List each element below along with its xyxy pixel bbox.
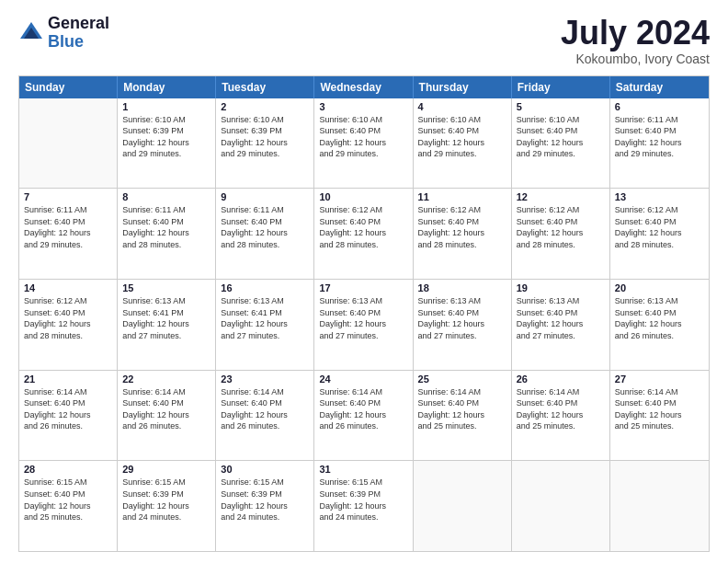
calendar-body: 1Sunrise: 6:10 AMSunset: 6:39 PMDaylight… (19, 98, 709, 551)
calendar-cell: 25Sunrise: 6:14 AMSunset: 6:40 PMDayligh… (414, 371, 512, 461)
calendar-cell (414, 461, 512, 551)
calendar-cell: 29Sunrise: 6:15 AMSunset: 6:39 PMDayligh… (118, 461, 216, 551)
cell-info: Sunrise: 6:15 AMSunset: 6:39 PMDaylight:… (319, 477, 407, 523)
calendar-cell: 30Sunrise: 6:15 AMSunset: 6:39 PMDayligh… (216, 461, 314, 551)
cell-info: Sunrise: 6:14 AMSunset: 6:40 PMDaylight:… (615, 386, 704, 432)
day-number: 11 (418, 191, 506, 202)
calendar-cell: 26Sunrise: 6:14 AMSunset: 6:40 PMDayligh… (512, 371, 610, 461)
cell-info: Sunrise: 6:11 AMSunset: 6:40 PMDaylight:… (122, 204, 210, 250)
calendar-cell: 7Sunrise: 6:11 AMSunset: 6:40 PMDaylight… (19, 189, 118, 279)
calendar-cell: 6Sunrise: 6:11 AMSunset: 6:40 PMDaylight… (610, 98, 709, 189)
calendar: SundayMondayTuesdayWednesdayThursdayFrid… (18, 75, 710, 552)
day-number: 8 (122, 191, 210, 202)
day-number: 5 (517, 101, 605, 112)
cell-info: Sunrise: 6:12 AMSunset: 6:40 PMDaylight:… (24, 295, 112, 341)
cell-info: Sunrise: 6:13 AMSunset: 6:40 PMDaylight:… (517, 295, 605, 341)
calendar-cell (610, 461, 709, 551)
calendar-cell: 13Sunrise: 6:12 AMSunset: 6:40 PMDayligh… (610, 189, 709, 279)
cell-info: Sunrise: 6:11 AMSunset: 6:40 PMDaylight:… (615, 114, 704, 160)
calendar-cell: 21Sunrise: 6:14 AMSunset: 6:40 PMDayligh… (19, 371, 118, 461)
day-number: 30 (221, 464, 309, 475)
cell-info: Sunrise: 6:12 AMSunset: 6:40 PMDaylight:… (418, 204, 506, 250)
page: General Blue July 2024 Kokoumbo, Ivory C… (0, 0, 728, 563)
day-number: 28 (24, 464, 112, 475)
calendar-cell: 18Sunrise: 6:13 AMSunset: 6:40 PMDayligh… (414, 280, 512, 370)
cell-info: Sunrise: 6:14 AMSunset: 6:40 PMDaylight:… (221, 386, 309, 432)
calendar-cell: 16Sunrise: 6:13 AMSunset: 6:41 PMDayligh… (216, 280, 314, 370)
calendar-cell: 12Sunrise: 6:12 AMSunset: 6:40 PMDayligh… (512, 189, 610, 279)
day-number: 9 (221, 191, 309, 202)
calendar-row: 21Sunrise: 6:14 AMSunset: 6:40 PMDayligh… (19, 370, 709, 461)
calendar-cell: 9Sunrise: 6:11 AMSunset: 6:40 PMDaylight… (216, 189, 314, 279)
cell-info: Sunrise: 6:12 AMSunset: 6:40 PMDaylight:… (517, 204, 605, 250)
calendar-cell (512, 461, 610, 551)
cell-info: Sunrise: 6:13 AMSunset: 6:41 PMDaylight:… (122, 295, 210, 341)
cell-info: Sunrise: 6:10 AMSunset: 6:39 PMDaylight:… (122, 114, 210, 160)
day-number: 1 (122, 101, 210, 112)
cell-info: Sunrise: 6:12 AMSunset: 6:40 PMDaylight:… (615, 204, 704, 250)
month-title: July 2024 (561, 15, 710, 52)
header-day: Wednesday (314, 76, 413, 98)
calendar-cell: 17Sunrise: 6:13 AMSunset: 6:40 PMDayligh… (314, 280, 413, 370)
logo: General Blue (18, 15, 109, 52)
cell-info: Sunrise: 6:10 AMSunset: 6:39 PMDaylight:… (221, 114, 309, 160)
day-number: 22 (122, 373, 210, 385)
day-number: 21 (24, 373, 112, 385)
calendar-cell: 3Sunrise: 6:10 AMSunset: 6:40 PMDaylight… (314, 98, 413, 189)
day-number: 29 (122, 464, 210, 475)
cell-info: Sunrise: 6:10 AMSunset: 6:40 PMDaylight:… (319, 114, 407, 160)
day-number: 13 (615, 191, 704, 202)
logo-blue-label: Blue (48, 33, 109, 52)
cell-info: Sunrise: 6:14 AMSunset: 6:40 PMDaylight:… (418, 386, 506, 432)
cell-info: Sunrise: 6:14 AMSunset: 6:40 PMDaylight:… (24, 386, 112, 432)
cell-info: Sunrise: 6:14 AMSunset: 6:40 PMDaylight:… (319, 386, 407, 432)
location: Kokoumbo, Ivory Coast (561, 52, 710, 66)
calendar-cell: 23Sunrise: 6:14 AMSunset: 6:40 PMDayligh… (216, 371, 314, 461)
cell-info: Sunrise: 6:13 AMSunset: 6:40 PMDaylight:… (418, 295, 506, 341)
day-number: 25 (418, 373, 506, 385)
cell-info: Sunrise: 6:11 AMSunset: 6:40 PMDaylight:… (24, 204, 112, 250)
cell-info: Sunrise: 6:15 AMSunset: 6:39 PMDaylight:… (122, 477, 210, 523)
calendar-cell: 20Sunrise: 6:13 AMSunset: 6:40 PMDayligh… (610, 280, 709, 370)
day-number: 4 (418, 101, 506, 112)
calendar-cell: 1Sunrise: 6:10 AMSunset: 6:39 PMDaylight… (118, 98, 216, 189)
calendar-cell: 22Sunrise: 6:14 AMSunset: 6:40 PMDayligh… (118, 371, 216, 461)
calendar-cell: 4Sunrise: 6:10 AMSunset: 6:40 PMDaylight… (414, 98, 512, 189)
cell-info: Sunrise: 6:14 AMSunset: 6:40 PMDaylight:… (517, 386, 605, 432)
calendar-row: 1Sunrise: 6:10 AMSunset: 6:39 PMDaylight… (19, 98, 709, 189)
header-day: Friday (512, 76, 610, 98)
logo-general-label: General (48, 15, 109, 33)
calendar-row: 28Sunrise: 6:15 AMSunset: 6:40 PMDayligh… (19, 460, 709, 551)
header-day: Sunday (19, 76, 118, 98)
calendar-cell: 11Sunrise: 6:12 AMSunset: 6:40 PMDayligh… (414, 189, 512, 279)
day-number: 7 (24, 191, 112, 202)
title-section: July 2024 Kokoumbo, Ivory Coast (561, 15, 710, 66)
calendar-cell: 8Sunrise: 6:11 AMSunset: 6:40 PMDaylight… (118, 189, 216, 279)
cell-info: Sunrise: 6:15 AMSunset: 6:39 PMDaylight:… (221, 477, 309, 523)
logo-icon (18, 20, 44, 46)
day-number: 31 (319, 464, 407, 475)
day-number: 23 (221, 373, 309, 385)
header-day: Thursday (414, 76, 512, 98)
day-number: 26 (517, 373, 605, 385)
day-number: 27 (615, 373, 704, 385)
day-number: 19 (517, 282, 605, 293)
day-number: 17 (319, 282, 407, 293)
calendar-cell: 15Sunrise: 6:13 AMSunset: 6:41 PMDayligh… (118, 280, 216, 370)
cell-info: Sunrise: 6:13 AMSunset: 6:41 PMDaylight:… (221, 295, 309, 341)
cell-info: Sunrise: 6:10 AMSunset: 6:40 PMDaylight:… (418, 114, 506, 160)
cell-info: Sunrise: 6:13 AMSunset: 6:40 PMDaylight:… (319, 295, 407, 341)
day-number: 2 (221, 101, 309, 112)
calendar-row: 14Sunrise: 6:12 AMSunset: 6:40 PMDayligh… (19, 279, 709, 370)
header-day: Saturday (610, 76, 709, 98)
calendar-cell: 10Sunrise: 6:12 AMSunset: 6:40 PMDayligh… (314, 189, 413, 279)
calendar-cell (19, 98, 118, 189)
calendar-cell: 27Sunrise: 6:14 AMSunset: 6:40 PMDayligh… (610, 371, 709, 461)
calendar-header: SundayMondayTuesdayWednesdayThursdayFrid… (19, 76, 709, 98)
day-number: 3 (319, 101, 407, 112)
cell-info: Sunrise: 6:11 AMSunset: 6:40 PMDaylight:… (221, 204, 309, 250)
day-number: 10 (319, 191, 407, 202)
header-day: Tuesday (216, 76, 314, 98)
day-number: 14 (24, 282, 112, 293)
day-number: 18 (418, 282, 506, 293)
